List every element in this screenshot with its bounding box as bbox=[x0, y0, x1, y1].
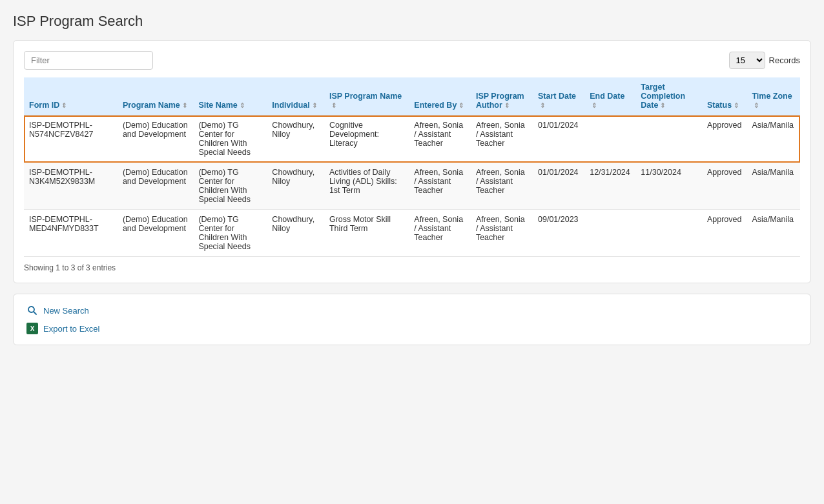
cell-time_zone: Asia/Manila bbox=[747, 116, 800, 163]
cell-site_name: (Demo) TG Center for Children With Speci… bbox=[193, 210, 267, 257]
sort-arrow-program_name: ⇕ bbox=[182, 102, 187, 109]
sort-arrow-site_name: ⇕ bbox=[240, 102, 245, 109]
records-per-page-select[interactable]: 10152550100 bbox=[729, 52, 765, 69]
sort-arrow-form_id: ⇕ bbox=[61, 102, 67, 109]
sort-arrow-status: ⇕ bbox=[734, 102, 739, 109]
cell-start_date: 01/01/2024 bbox=[533, 163, 584, 210]
new-search-label: New Search bbox=[43, 306, 89, 316]
table-row[interactable]: ISP-DEMOTPHL-N3K4M52X9833M(Demo) Educati… bbox=[24, 163, 800, 210]
col-header-isp_program_name[interactable]: ISP Program Name⇕ bbox=[324, 77, 409, 116]
cell-site_name: (Demo) TG Center for Children With Speci… bbox=[193, 163, 267, 210]
cell-individual: Chowdhury, Niloy bbox=[267, 163, 324, 210]
col-header-individual[interactable]: Individual⇕ bbox=[267, 77, 324, 116]
cell-form_id: ISP-DEMOTPHL-N3K4M52X9833M bbox=[24, 163, 118, 210]
sort-arrow-start_date: ⇕ bbox=[540, 102, 545, 109]
cell-status: Approved bbox=[702, 210, 747, 257]
cell-isp_program_name: Gross Motor Skill Third Term bbox=[324, 210, 409, 257]
sort-arrow-individual: ⇕ bbox=[312, 102, 317, 109]
cell-time_zone: Asia/Manila bbox=[747, 210, 800, 257]
cell-target_completion_date: 11/30/2024 bbox=[635, 163, 702, 210]
header-row: Form ID⇕Program Name⇕Site Name⇕Individua… bbox=[24, 77, 800, 116]
filter-input[interactable] bbox=[24, 51, 153, 70]
cell-end_date bbox=[584, 210, 635, 257]
cell-start_date: 01/01/2024 bbox=[533, 116, 584, 163]
col-header-end_date[interactable]: End Date⇕ bbox=[584, 77, 635, 116]
new-search-link[interactable]: New Search bbox=[26, 305, 798, 316]
cell-entered_by: Afreen, Sonia / Assistant Teacher bbox=[409, 210, 471, 257]
search-icon bbox=[26, 305, 38, 316]
table-body: ISP-DEMOTPHL-N574NCFZV8427(Demo) Educati… bbox=[24, 116, 800, 257]
sort-arrow-target_completion_date: ⇕ bbox=[660, 102, 665, 109]
cell-form_id: ISP-DEMOTPHL-MED4NFMYD833T bbox=[24, 210, 118, 257]
cell-entered_by: Afreen, Sonia / Assistant Teacher bbox=[409, 116, 471, 163]
col-header-entered_by[interactable]: Entered By⇕ bbox=[409, 77, 471, 116]
cell-target_completion_date bbox=[635, 210, 702, 257]
cell-individual: Chowdhury, Niloy bbox=[267, 116, 324, 163]
cell-site_name: (Demo) TG Center for Children With Speci… bbox=[193, 116, 267, 163]
records-control: 10152550100 Records bbox=[729, 52, 800, 69]
action-links: New Search X Export to Excel bbox=[26, 305, 798, 334]
table-row[interactable]: ISP-DEMOTPHL-N574NCFZV8427(Demo) Educati… bbox=[24, 116, 800, 163]
cell-program_name: (Demo) Education and Development bbox=[118, 210, 194, 257]
cell-end_date: 12/31/2024 bbox=[584, 163, 635, 210]
sort-arrow-entered_by: ⇕ bbox=[458, 102, 464, 109]
table-footer-text: Showing 1 to 3 of 3 entries bbox=[24, 263, 800, 272]
cell-isp_program_author: Afreen, Sonia / Assistant Teacher bbox=[471, 163, 533, 210]
sort-arrow-end_date: ⇕ bbox=[592, 102, 597, 109]
col-header-status[interactable]: Status⇕ bbox=[702, 77, 747, 116]
col-header-form_id[interactable]: Form ID⇕ bbox=[24, 77, 118, 116]
col-header-target_completion_date[interactable]: Target Completion Date⇕ bbox=[635, 77, 702, 116]
cell-time_zone: Asia/Manila bbox=[747, 163, 800, 210]
svg-line-1 bbox=[34, 312, 36, 314]
col-header-time_zone[interactable]: Time Zone⇕ bbox=[747, 77, 800, 116]
search-results-card: 10152550100 Records Form ID⇕Program Name… bbox=[13, 40, 811, 283]
cell-isp_program_name: Activities of Daily Living (ADL) Skills:… bbox=[324, 163, 409, 210]
cell-form_id: ISP-DEMOTPHL-N574NCFZV8427 bbox=[24, 116, 118, 163]
sort-arrow-time_zone: ⇕ bbox=[754, 102, 759, 109]
excel-icon: X bbox=[26, 323, 38, 334]
cell-individual: Chowdhury, Niloy bbox=[267, 210, 324, 257]
records-label: Records bbox=[769, 55, 800, 65]
table-row[interactable]: ISP-DEMOTPHL-MED4NFMYD833T(Demo) Educati… bbox=[24, 210, 800, 257]
export-excel-label: Export to Excel bbox=[43, 324, 99, 334]
toolbar: 10152550100 Records bbox=[24, 51, 800, 70]
col-header-isp_program_author[interactable]: ISP Program Author⇕ bbox=[471, 77, 533, 116]
col-header-site_name[interactable]: Site Name⇕ bbox=[193, 77, 267, 116]
col-header-program_name[interactable]: Program Name⇕ bbox=[118, 77, 194, 116]
cell-isp_program_author: Afreen, Sonia / Assistant Teacher bbox=[471, 210, 533, 257]
cell-status: Approved bbox=[702, 163, 747, 210]
cell-entered_by: Afreen, Sonia / Assistant Teacher bbox=[409, 163, 471, 210]
sort-arrow-isp_program_name: ⇕ bbox=[331, 102, 336, 109]
cell-isp_program_name: Cognitive Development: Literacy bbox=[324, 116, 409, 163]
cell-status: Approved bbox=[702, 116, 747, 163]
cell-start_date: 09/01/2023 bbox=[533, 210, 584, 257]
sort-arrow-isp_program_author: ⇕ bbox=[504, 102, 510, 109]
col-header-start_date[interactable]: Start Date⇕ bbox=[533, 77, 584, 116]
action-card: New Search X Export to Excel bbox=[13, 294, 811, 345]
results-table: Form ID⇕Program Name⇕Site Name⇕Individua… bbox=[24, 77, 800, 257]
page-title: ISP Program Search bbox=[13, 13, 811, 30]
cell-target_completion_date bbox=[635, 116, 702, 163]
cell-end_date bbox=[584, 116, 635, 163]
export-excel-link[interactable]: X Export to Excel bbox=[26, 323, 798, 334]
cell-program_name: (Demo) Education and Development bbox=[118, 163, 194, 210]
table-header: Form ID⇕Program Name⇕Site Name⇕Individua… bbox=[24, 77, 800, 116]
cell-program_name: (Demo) Education and Development bbox=[118, 116, 194, 163]
cell-isp_program_author: Afreen, Sonia / Assistant Teacher bbox=[471, 116, 533, 163]
